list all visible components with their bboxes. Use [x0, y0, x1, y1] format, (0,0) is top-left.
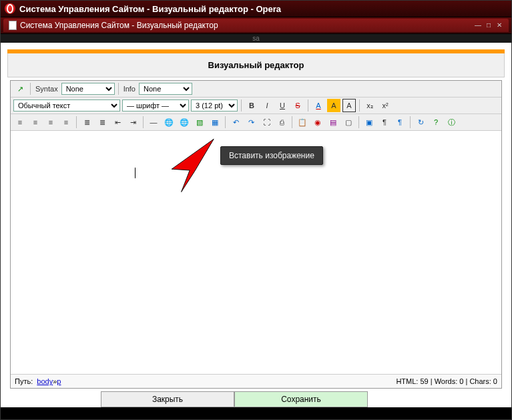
underline-button[interactable]: U	[276, 99, 289, 112]
separator	[292, 116, 292, 128]
separator	[359, 99, 360, 112]
pointer-arrow-icon	[161, 134, 221, 194]
info-label: Info	[123, 85, 136, 93]
outdent-button[interactable]: ⇤	[111, 116, 124, 129]
info-button[interactable]: ⓘ	[445, 116, 458, 129]
tab-bar: Система Управления Сайтом - Визуальный р…	[1, 17, 511, 34]
page-title: Визуальный редактор	[7, 53, 505, 77]
separator	[225, 116, 226, 128]
bottom-button-bar: Закрыть Сохранить	[7, 391, 505, 407]
tooltip: Вставить изображение	[220, 146, 323, 165]
expand-icon[interactable]: ↗	[13, 82, 27, 95]
syntax-label: Syntax	[35, 85, 58, 93]
text-caret	[135, 168, 136, 178]
unlink-button[interactable]: 🌐	[178, 116, 191, 129]
align-left-button[interactable]: ≡	[13, 116, 27, 129]
toolbar-row-1: ↗ Syntax None Info None	[11, 81, 501, 97]
subscript-button[interactable]: x₂	[363, 99, 376, 112]
paste-button[interactable]: 📋	[296, 116, 309, 129]
separator	[118, 83, 119, 95]
record-button[interactable]: ◉	[311, 116, 324, 129]
browser-tab[interactable]: Система Управления Сайтом - Визуальный р…	[3, 19, 509, 32]
print-button[interactable]: ⎙	[275, 116, 288, 129]
indent-button[interactable]: ⇥	[126, 116, 140, 129]
table-button[interactable]: ▦	[208, 116, 222, 129]
refresh-button[interactable]: ↻	[414, 116, 427, 129]
bold-button[interactable]: B	[245, 99, 258, 112]
separator	[30, 83, 31, 95]
editor-container: ↗ Syntax None Info None Обычный текст — …	[10, 80, 502, 389]
toolbar-row-3: ≡ ≡ ≡ ≡ ≣ ≣ ⇤ ⇥ — 🌐 🌐 ▧ ▦ ↶ ↷ ⛶ ⎙	[11, 114, 501, 131]
size-select[interactable]: 3 (12 pt)	[191, 99, 238, 112]
tab-maximize-icon[interactable]: □	[485, 21, 493, 29]
path-body-link[interactable]: body	[37, 377, 53, 385]
browser-window: Система Управления Сайтом - Визуальный р…	[0, 0, 512, 420]
tab-minimize-icon[interactable]: —	[474, 21, 482, 29]
hr-button[interactable]: —	[147, 116, 160, 129]
tab-close-icon[interactable]: ✕	[495, 21, 503, 29]
save-button[interactable]: Сохранить	[234, 391, 368, 407]
document-icon	[9, 21, 17, 30]
editor-canvas[interactable]: Вставить изображение	[11, 131, 501, 374]
svg-marker-0	[172, 139, 214, 192]
grid-button[interactable]: ▤	[326, 116, 340, 129]
syntax-select[interactable]: None	[61, 83, 115, 95]
info-select[interactable]: None	[139, 83, 192, 95]
link-button[interactable]: 🌐	[162, 116, 176, 129]
bg-color-button[interactable]: A	[327, 99, 340, 112]
insert-image-button[interactable]: ▧	[193, 116, 206, 129]
opera-logo-icon	[5, 3, 15, 14]
format-select[interactable]: Обычный текст	[13, 99, 120, 112]
separator	[308, 99, 308, 112]
status-strip: sa	[1, 34, 511, 43]
align-justify-button[interactable]: ≡	[59, 116, 73, 129]
path-p-link[interactable]: p	[57, 377, 61, 385]
strike-button[interactable]: S	[291, 99, 304, 112]
stats-text: HTML: 59 | Words: 0 | Chars: 0	[396, 377, 497, 385]
align-right-button[interactable]: ≡	[44, 116, 57, 129]
path-label: Путь:	[15, 377, 33, 385]
font-select[interactable]: — шрифт —	[122, 99, 189, 112]
window-title: Система Управления Сайтом - Визуальный р…	[19, 4, 281, 14]
font-color-button[interactable]: A	[312, 99, 325, 112]
pilcrow-button[interactable]: ¶	[378, 116, 391, 129]
box-button[interactable]: ▢	[342, 116, 355, 129]
fullscreen-button[interactable]: ⛶	[260, 116, 273, 129]
italic-button[interactable]: I	[260, 99, 274, 112]
separator	[76, 116, 77, 128]
bottom-spacer	[1, 407, 511, 419]
help-button[interactable]: ?	[429, 116, 443, 129]
unordered-list-button[interactable]: ≣	[95, 116, 109, 129]
ordered-list-button[interactable]: ≣	[80, 116, 93, 129]
hilite-button[interactable]: A	[342, 99, 356, 112]
superscript-button[interactable]: x²	[378, 99, 392, 112]
browser-titlebar: Система Управления Сайтом - Визуальный р…	[1, 1, 511, 17]
separator	[241, 99, 242, 112]
undo-button[interactable]: ↶	[229, 116, 242, 129]
separator	[143, 116, 144, 128]
redo-button[interactable]: ↷	[244, 116, 258, 129]
separator	[410, 116, 411, 128]
app-body: Визуальный редактор ↗ Syntax None Info N…	[1, 43, 511, 407]
tab-title: Система Управления Сайтом - Визуальный р…	[20, 21, 218, 30]
view-button[interactable]: ▣	[362, 116, 376, 129]
path-bar: Путь: body » p HTML: 59 | Words: 0 | Cha…	[11, 374, 501, 388]
toolbar-row-2: Обычный текст — шрифт — 3 (12 pt) B I U …	[11, 97, 501, 114]
close-button[interactable]: Закрыть	[101, 391, 234, 407]
separator	[358, 116, 359, 128]
pilcrow2-button[interactable]: ¶	[393, 116, 407, 129]
align-center-button[interactable]: ≡	[29, 116, 42, 129]
